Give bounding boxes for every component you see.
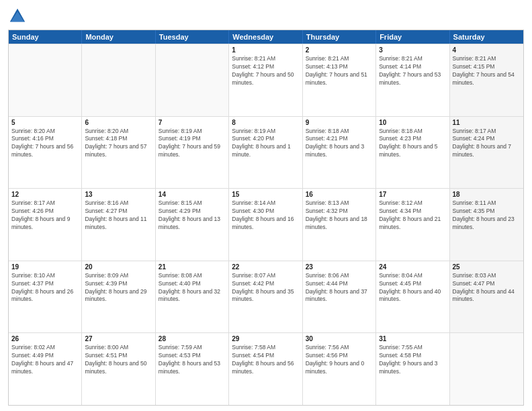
day-number: 15 <box>232 191 299 198</box>
sunset-text: Sunset: 4:47 PM <box>453 280 521 288</box>
day-number: 18 <box>453 191 521 198</box>
sunrise-text: Sunrise: 8:18 AM <box>379 128 446 136</box>
sunset-text: Sunset: 4:42 PM <box>232 280 299 288</box>
calendar-cell: 1Sunrise: 8:21 AMSunset: 4:12 PMDaylight… <box>229 44 302 116</box>
daylight-text: Daylight: 7 hours and 50 minutes. <box>232 71 299 87</box>
daylight-text: Daylight: 8 hours and 47 minutes. <box>11 360 79 376</box>
sunrise-text: Sunrise: 8:15 AM <box>159 199 226 208</box>
sunset-text: Sunset: 4:26 PM <box>11 208 79 216</box>
sunrise-text: Sunrise: 8:13 AM <box>306 199 373 208</box>
sunrise-text: Sunrise: 8:08 AM <box>159 272 226 280</box>
calendar-cell: 31Sunrise: 7:55 AMSunset: 4:58 PMDayligh… <box>376 333 449 405</box>
sunset-text: Sunset: 4:18 PM <box>85 135 152 143</box>
sunset-text: Sunset: 4:20 PM <box>232 135 299 143</box>
sunrise-text: Sunrise: 8:20 AM <box>85 128 152 136</box>
sunrise-text: Sunrise: 8:12 AM <box>379 199 446 208</box>
calendar-cell: 15Sunrise: 8:14 AMSunset: 4:30 PMDayligh… <box>229 189 302 261</box>
calendar-row: 19Sunrise: 8:10 AMSunset: 4:37 PMDayligh… <box>9 261 523 333</box>
sunrise-text: Sunrise: 8:20 AM <box>11 128 79 136</box>
calendar-cell: 21Sunrise: 8:08 AMSunset: 4:40 PMDayligh… <box>156 261 229 333</box>
daylight-text: Daylight: 8 hours and 3 minutes. <box>306 143 373 159</box>
day-number: 17 <box>379 191 446 198</box>
weekday-header: Thursday <box>303 30 376 44</box>
day-number: 16 <box>306 191 373 198</box>
day-number: 27 <box>85 335 152 342</box>
svg-marker-1 <box>11 11 24 21</box>
sunset-text: Sunset: 4:14 PM <box>379 63 446 71</box>
daylight-text: Daylight: 8 hours and 11 minutes. <box>85 216 152 232</box>
sunset-text: Sunset: 4:58 PM <box>379 352 446 360</box>
sunset-text: Sunset: 4:49 PM <box>11 352 79 360</box>
sunrise-text: Sunrise: 8:16 AM <box>85 199 152 208</box>
day-number: 23 <box>306 263 373 271</box>
day-number: 20 <box>85 263 152 271</box>
logo-icon <box>8 7 27 26</box>
calendar-body: 1Sunrise: 8:21 AMSunset: 4:12 PMDaylight… <box>9 44 523 405</box>
calendar-cell: 14Sunrise: 8:15 AMSunset: 4:29 PMDayligh… <box>156 189 229 261</box>
sunrise-text: Sunrise: 8:18 AM <box>306 128 373 136</box>
sunrise-text: Sunrise: 8:09 AM <box>85 272 152 280</box>
calendar-cell: 26Sunrise: 8:02 AMSunset: 4:49 PMDayligh… <box>9 333 82 405</box>
sunset-text: Sunset: 4:27 PM <box>85 208 152 216</box>
daylight-text: Daylight: 8 hours and 32 minutes. <box>159 288 226 304</box>
calendar-cell: 5Sunrise: 8:20 AMSunset: 4:16 PMDaylight… <box>9 117 82 189</box>
day-number: 19 <box>11 263 79 271</box>
day-number: 8 <box>232 119 299 126</box>
day-number: 12 <box>11 191 79 198</box>
sunset-text: Sunset: 4:56 PM <box>306 352 373 360</box>
sunrise-text: Sunrise: 7:55 AM <box>379 344 446 352</box>
calendar-cell: 10Sunrise: 8:18 AMSunset: 4:23 PMDayligh… <box>376 117 449 189</box>
sunrise-text: Sunrise: 8:17 AM <box>11 199 79 208</box>
calendar-cell: 9Sunrise: 8:18 AMSunset: 4:21 PMDaylight… <box>303 117 376 189</box>
day-number: 24 <box>379 263 446 271</box>
sunset-text: Sunset: 4:54 PM <box>232 352 299 360</box>
daylight-text: Daylight: 8 hours and 26 minutes. <box>11 288 79 304</box>
calendar-cell: 29Sunrise: 7:58 AMSunset: 4:54 PMDayligh… <box>229 333 302 405</box>
weekday-header: Monday <box>82 30 155 44</box>
sunset-text: Sunset: 4:16 PM <box>11 135 79 143</box>
header <box>8 7 524 26</box>
calendar-cell: 22Sunrise: 8:07 AMSunset: 4:42 PMDayligh… <box>229 261 302 333</box>
sunset-text: Sunset: 4:53 PM <box>159 352 226 360</box>
sunrise-text: Sunrise: 8:06 AM <box>306 272 373 280</box>
daylight-text: Daylight: 9 hours and 0 minutes. <box>306 360 373 376</box>
sunrise-text: Sunrise: 8:19 AM <box>232 128 299 136</box>
daylight-text: Daylight: 8 hours and 7 minutes. <box>453 143 521 159</box>
sunrise-text: Sunrise: 8:07 AM <box>232 272 299 280</box>
calendar-cell: 2Sunrise: 8:21 AMSunset: 4:13 PMDaylight… <box>303 44 376 116</box>
calendar-cell: 28Sunrise: 7:59 AMSunset: 4:53 PMDayligh… <box>156 333 229 405</box>
daylight-text: Daylight: 8 hours and 1 minute. <box>232 143 299 159</box>
day-number: 30 <box>306 335 373 342</box>
daylight-text: Daylight: 7 hours and 54 minutes. <box>453 71 521 87</box>
calendar-cell: 11Sunrise: 8:17 AMSunset: 4:24 PMDayligh… <box>450 117 523 189</box>
daylight-text: Daylight: 8 hours and 13 minutes. <box>159 216 226 232</box>
sunrise-text: Sunrise: 8:19 AM <box>159 128 226 136</box>
calendar-cell: 7Sunrise: 8:19 AMSunset: 4:19 PMDaylight… <box>156 117 229 189</box>
sunset-text: Sunset: 4:21 PM <box>306 135 373 143</box>
logo <box>8 7 28 26</box>
daylight-text: Daylight: 8 hours and 56 minutes. <box>232 360 299 376</box>
sunset-text: Sunset: 4:24 PM <box>453 135 521 143</box>
sunrise-text: Sunrise: 8:17 AM <box>453 128 521 136</box>
sunset-text: Sunset: 4:30 PM <box>232 208 299 216</box>
sunset-text: Sunset: 4:15 PM <box>453 63 521 71</box>
day-number: 26 <box>11 335 79 342</box>
calendar-cell: 24Sunrise: 8:04 AMSunset: 4:45 PMDayligh… <box>376 261 449 333</box>
day-number: 9 <box>306 119 373 126</box>
sunrise-text: Sunrise: 8:04 AM <box>379 272 446 280</box>
calendar-row: 12Sunrise: 8:17 AMSunset: 4:26 PMDayligh… <box>9 188 523 261</box>
sunset-text: Sunset: 4:45 PM <box>379 280 446 288</box>
weekday-header: Saturday <box>450 30 523 44</box>
sunrise-text: Sunrise: 8:21 AM <box>379 55 446 63</box>
weekday-header: Sunday <box>9 30 82 44</box>
daylight-text: Daylight: 8 hours and 37 minutes. <box>306 288 373 304</box>
calendar-row: 1Sunrise: 8:21 AMSunset: 4:12 PMDaylight… <box>9 44 523 116</box>
day-number: 21 <box>159 263 226 271</box>
calendar-cell: 18Sunrise: 8:11 AMSunset: 4:35 PMDayligh… <box>450 189 523 261</box>
day-number: 31 <box>379 335 446 342</box>
calendar-cell <box>450 333 523 405</box>
calendar-cell: 17Sunrise: 8:12 AMSunset: 4:34 PMDayligh… <box>376 189 449 261</box>
day-number: 25 <box>453 263 521 271</box>
daylight-text: Daylight: 8 hours and 5 minutes. <box>379 143 446 159</box>
daylight-text: Daylight: 7 hours and 56 minutes. <box>11 143 79 159</box>
